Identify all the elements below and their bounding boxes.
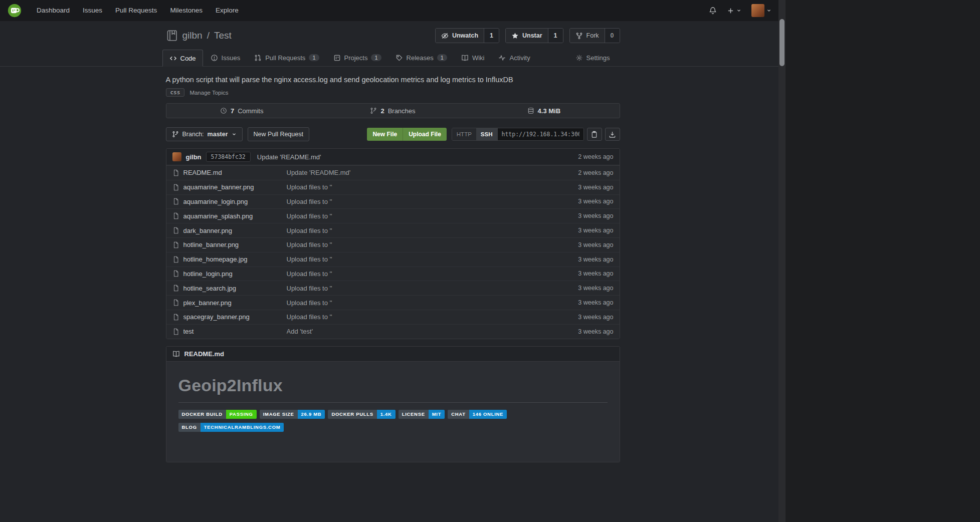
unstar-button[interactable]: Unstar <box>506 29 548 43</box>
file-commit-message[interactable]: Upload files to '' <box>287 255 574 263</box>
nav-issues[interactable]: Issues <box>76 0 109 21</box>
topic-chip-css[interactable]: css <box>166 88 185 97</box>
commit-author-avatar[interactable] <box>172 152 181 161</box>
branch-icon <box>172 131 179 138</box>
nav-dashboard[interactable]: Dashboard <box>30 0 76 21</box>
file-link[interactable]: aquamarine_splash.png <box>183 212 283 220</box>
file-commit-message[interactable]: Add 'test' <box>287 328 574 335</box>
watchers-count[interactable]: 1 <box>484 29 499 43</box>
file-commit-message[interactable]: Update 'README.md' <box>287 169 574 176</box>
tab-activity[interactable]: Activity <box>492 49 536 66</box>
fork-button[interactable]: Fork <box>570 29 605 43</box>
file-icon <box>172 198 179 205</box>
file-commit-message[interactable]: Upload files to '' <box>287 299 574 307</box>
new-file-button[interactable]: New File <box>367 128 403 141</box>
unwatch-button[interactable]: Unwatch <box>436 29 484 43</box>
repo-description: A python script that will parse the ngin… <box>166 76 620 84</box>
branch-selector[interactable]: Branch:master <box>166 127 243 141</box>
file-link[interactable]: hotline_homepage.jpg <box>183 255 283 263</box>
nav-pull-requests[interactable]: Pull Requests <box>109 0 163 21</box>
tab-wiki[interactable]: Wiki <box>455 49 491 66</box>
commit-message-link[interactable]: Update 'README.md' <box>257 153 321 161</box>
tab-issues[interactable]: Issues <box>204 49 247 66</box>
gitea-logo-icon[interactable] <box>7 3 22 18</box>
eye-slash-icon <box>441 32 449 40</box>
readme-badge[interactable]: CHAT 146 ONLINE <box>448 410 507 419</box>
http-protocol-button[interactable]: HTTP <box>452 128 476 140</box>
file-link[interactable]: hotline_login.png <box>183 270 283 278</box>
file-link[interactable]: dark_banner.png <box>183 227 283 234</box>
file-icon <box>172 270 179 277</box>
file-link[interactable]: hotline_search.jpg <box>183 285 283 292</box>
readme-badge[interactable]: IMAGE SIZE 26.9 MB <box>260 410 325 419</box>
file-link[interactable]: spacegray_banner.png <box>183 313 283 321</box>
file-link[interactable]: aquamarine_login.png <box>183 198 283 205</box>
file-commit-message[interactable]: Upload files to '' <box>287 227 574 234</box>
file-link[interactable]: plex_banner.png <box>183 299 283 307</box>
latest-commit-row: gilbn 57384bfc32 Update 'README.md' 2 we… <box>166 149 620 165</box>
page-scrollbar[interactable] <box>778 0 786 522</box>
readme-badge[interactable]: DOCKER BUILD PASSING <box>178 410 257 419</box>
repo-tabbar: Code Issues Pull Requests 1 Projects 1 <box>0 47 778 67</box>
file-commit-message[interactable]: Upload files to '' <box>287 198 574 205</box>
nav-explore[interactable]: Explore <box>209 0 245 21</box>
user-menu[interactable] <box>751 4 771 17</box>
tab-releases[interactable]: Releases 1 <box>389 49 454 66</box>
commit-author-link[interactable]: gilbn <box>186 153 202 161</box>
file-icon <box>172 241 179 248</box>
readme-badges-row-2: BLOG TECHNICALRAMBLINGS.COM <box>178 423 608 432</box>
tab-code[interactable]: Code <box>162 50 203 67</box>
copy-clone-url-button[interactable] <box>587 128 602 141</box>
file-commit-message[interactable]: Upload files to '' <box>287 270 574 278</box>
readme-header: README.md <box>166 347 620 362</box>
create-new-button[interactable] <box>727 7 741 15</box>
file-icon <box>172 328 179 335</box>
file-commit-message[interactable]: Upload files to '' <box>287 183 574 191</box>
forks-count[interactable]: 0 <box>605 29 620 43</box>
browser-viewport: Dashboard Issues Pull Requests Milestone… <box>0 0 786 522</box>
tab-settings[interactable]: Settings <box>569 49 617 66</box>
file-link[interactable]: README.md <box>183 169 283 176</box>
readme-badge[interactable]: BLOG TECHNICALRAMBLINGS.COM <box>178 423 284 432</box>
file-commit-message[interactable]: Upload files to '' <box>287 241 574 248</box>
file-commit-message[interactable]: Upload files to '' <box>287 212 574 220</box>
tab-pull-requests[interactable]: Pull Requests 1 <box>248 49 325 66</box>
table-row: hotline_login.png Upload files to '' 3 w… <box>166 267 620 281</box>
file-commit-message[interactable]: Upload files to '' <box>287 313 574 321</box>
table-row: dark_banner.png Upload files to '' 3 wee… <box>166 223 620 237</box>
repo-title-separator: / <box>207 30 210 41</box>
table-row: aquamarine_banner.png Upload files to ''… <box>166 180 620 194</box>
file-icon <box>172 184 179 191</box>
file-link[interactable]: hotline_banner.png <box>183 241 283 248</box>
stars-count[interactable]: 1 <box>548 29 563 43</box>
repo-owner-link[interactable]: gilbn <box>182 30 203 41</box>
scrollbar-thumb[interactable] <box>779 19 785 66</box>
file-link[interactable]: test <box>183 328 283 335</box>
readme-title: Geoip2Influx <box>178 376 608 403</box>
file-commit-time: 3 weeks ago <box>578 198 613 205</box>
commit-time: 2 weeks ago <box>578 153 613 160</box>
readme-body: Geoip2Influx DOCKER BUILD PASSING IMAGE … <box>166 362 620 462</box>
new-pull-request-button[interactable]: New Pull Request <box>248 127 309 141</box>
download-archive-button[interactable] <box>605 128 620 141</box>
notifications-bell-icon[interactable] <box>709 7 717 15</box>
clone-url-input[interactable] <box>497 128 583 140</box>
readme-section: README.md Geoip2Influx DOCKER BUILD PASS… <box>166 346 620 462</box>
releases-count: 1 <box>437 54 447 61</box>
file-commit-time: 3 weeks ago <box>578 285 613 292</box>
readme-badge[interactable]: LICENSE MIT <box>399 410 445 419</box>
pull-request-icon <box>254 54 262 62</box>
file-commit-message[interactable]: Upload files to '' <box>287 285 574 292</box>
commits-stat[interactable]: 7Commits <box>166 104 317 118</box>
manage-topics-link[interactable]: Manage Topics <box>189 90 228 96</box>
commit-sha-link[interactable]: 57384bfc32 <box>206 152 251 162</box>
readme-badge[interactable]: DOCKER PULLS 1.4K <box>328 410 395 419</box>
file-link[interactable]: aquamarine_banner.png <box>183 183 283 191</box>
ssh-protocol-button[interactable]: SSH <box>476 128 497 140</box>
table-row: README.md Update 'README.md' 2 weeks ago <box>166 165 620 180</box>
tab-projects[interactable]: Projects 1 <box>327 49 388 66</box>
upload-file-button[interactable]: Upload File <box>403 128 447 141</box>
repo-name-link[interactable]: Test <box>214 30 232 41</box>
nav-milestones[interactable]: Milestones <box>163 0 209 21</box>
branches-stat[interactable]: 2Branches <box>317 104 468 118</box>
